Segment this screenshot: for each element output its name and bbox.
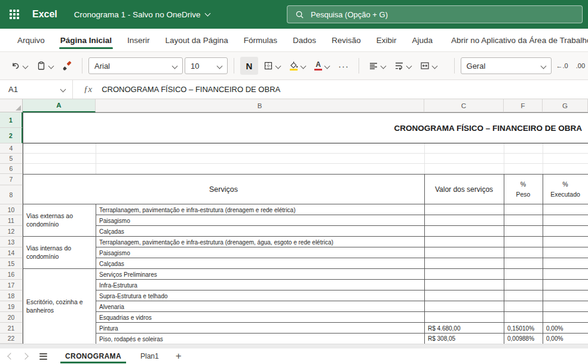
cell-service[interactable]: Piso, rodapés e soleiras xyxy=(96,334,424,344)
tab-formulas[interactable]: Fórmulas xyxy=(236,29,285,51)
chevron-down-icon xyxy=(23,63,29,69)
row-header[interactable]: 11 xyxy=(0,215,23,226)
insert-function-button[interactable]: ƒx xyxy=(73,84,102,94)
name-box[interactable]: A1 xyxy=(0,80,73,99)
bold-button[interactable]: N xyxy=(240,57,258,75)
font-color-button[interactable]: A xyxy=(311,59,333,74)
cell-service[interactable]: Paisagismo xyxy=(96,247,424,258)
search-box[interactable] xyxy=(287,5,583,23)
sheet-tab-cronograma[interactable]: CRONOGRAMA xyxy=(56,348,131,364)
spreadsheet-grid: A B C F G 1 2 4 5 6 7 8 10 11 12 13 14 1… xyxy=(0,99,588,344)
cell-service[interactable]: Terraplanagem, pavimentação e infra-estr… xyxy=(96,204,424,215)
format-painter-button[interactable] xyxy=(59,58,76,74)
row-header[interactable]: 15 xyxy=(0,258,23,269)
row-header[interactable]: 13 xyxy=(0,237,23,247)
tab-dados[interactable]: Dados xyxy=(285,29,324,51)
row-header[interactable]: 18 xyxy=(0,290,23,301)
select-all-button[interactable] xyxy=(0,99,23,112)
tab-pagina-inicial[interactable]: Página Inicial xyxy=(53,29,120,51)
column-header-c[interactable]: C xyxy=(424,99,504,112)
row-header[interactable]: 6 xyxy=(0,164,23,174)
row-header[interactable]: 17 xyxy=(0,280,23,290)
number-format-combo[interactable]: Geral xyxy=(461,57,552,74)
cell-service[interactable]: Supra-Estrutura e telhado xyxy=(96,290,424,301)
group-label-escritorio[interactable]: Escritório, cozinha e banheiros xyxy=(23,269,96,344)
search-input[interactable] xyxy=(310,10,539,20)
formula-input[interactable]: CRONOGRAMA FÍSICO – FINANCEIRO DE OBRA xyxy=(102,85,280,94)
tab-inserir[interactable]: Inserir xyxy=(120,29,158,51)
gridline xyxy=(543,143,543,174)
decrease-decimal-button[interactable]: .00 xyxy=(573,60,588,72)
cell-executado[interactable]: 0,00% xyxy=(543,334,588,344)
next-sheet-icon[interactable] xyxy=(22,353,28,359)
tab-arquivo[interactable]: Arquivo xyxy=(10,29,53,51)
row-header[interactable]: 4 xyxy=(0,143,23,154)
cell-peso[interactable]: 0,00988% xyxy=(504,334,543,344)
column-header-b[interactable]: B xyxy=(96,99,424,112)
cell-peso[interactable]: 0,15010% xyxy=(504,323,543,334)
borders-button[interactable] xyxy=(260,58,284,74)
cell-value[interactable]: R$ 308,05 xyxy=(424,334,504,344)
chevron-down-icon xyxy=(301,63,307,69)
row-header[interactable]: 20 xyxy=(0,312,23,323)
group-label-vias-externas[interactable]: Vias externas ao condomínio xyxy=(23,204,96,237)
cell-service[interactable]: Terraplanagem, pavimentação e infra-estr… xyxy=(96,237,424,247)
tab-revisao[interactable]: Revisão xyxy=(324,29,369,51)
previous-sheet-icon[interactable] xyxy=(7,353,14,359)
row-header[interactable]: 22 xyxy=(0,334,23,344)
increase-decimal-button[interactable]: ←.0 xyxy=(553,60,571,72)
row-header[interactable]: 21 xyxy=(0,323,23,334)
header-cell-peso[interactable]: % Peso xyxy=(504,175,543,204)
cell-service[interactable]: Infra-Estrutura xyxy=(96,280,424,290)
header-cell-servicos[interactable]: Serviços xyxy=(23,175,424,204)
open-in-desktop-app-button[interactable]: Abrir no Aplicativo da Área de Trabalho xyxy=(440,36,588,45)
fill-color-button[interactable] xyxy=(286,58,309,74)
row-header[interactable]: 5 xyxy=(0,154,23,164)
row-header[interactable]: 19 xyxy=(0,301,23,312)
sheet-list-icon[interactable] xyxy=(39,353,47,360)
row-header[interactable]: 16 xyxy=(0,269,23,280)
group-label-vias-internas[interactable]: Vias internas do condomínio xyxy=(23,237,96,269)
wrap-text-button[interactable] xyxy=(391,58,415,74)
header-cell-executado[interactable]: % Executado xyxy=(543,175,588,204)
more-font-options-button[interactable]: ··· xyxy=(335,59,353,74)
merge-cells-button[interactable] xyxy=(416,58,440,74)
tab-ajuda[interactable]: Ajuda xyxy=(405,29,441,51)
cell-executado[interactable]: 0,00% xyxy=(543,323,588,334)
sheet-title-cell[interactable]: CRONOGRAMA FÍSICO – FINANCEIRO DE OBRA xyxy=(23,112,588,143)
row-header[interactable]: 2 xyxy=(0,128,23,143)
horizontal-scrollbar[interactable] xyxy=(0,344,588,348)
sheet-tab-bar: CRONOGRAMA Plan1 + xyxy=(0,348,588,364)
cell-value[interactable]: R$ 4.680,00 xyxy=(424,323,504,334)
row-header[interactable]: 14 xyxy=(0,247,23,258)
row-header[interactable]: 10 xyxy=(0,204,23,215)
sheet-tab-plan1[interactable]: Plan1 xyxy=(131,348,169,364)
cell-service[interactable]: Paisagismo xyxy=(96,215,424,226)
font-size-combo[interactable]: 10 xyxy=(185,57,228,74)
tab-layout-da-pagina[interactable]: Layout da Página xyxy=(158,29,236,51)
document-title[interactable]: Cronograma 1 - Salvo no OneDrive xyxy=(74,10,210,19)
row-header[interactable]: 8 xyxy=(0,185,23,204)
column-header-a[interactable]: A xyxy=(23,99,96,112)
paste-button[interactable] xyxy=(33,58,57,74)
header-cell-valor[interactable]: Valor dos serviços xyxy=(424,175,504,204)
cell-service[interactable]: Calçadas xyxy=(96,226,424,237)
cell-service[interactable]: Esquadrias e vidros xyxy=(96,312,424,323)
cell-service[interactable]: Alvenaria xyxy=(96,301,424,312)
cell-service[interactable]: Calçadas xyxy=(96,258,424,269)
alignment-button[interactable] xyxy=(365,58,389,74)
row-header[interactable]: 7 xyxy=(0,174,23,185)
chevron-down-icon xyxy=(381,63,387,69)
app-launcher-icon[interactable] xyxy=(10,10,19,19)
cell-service[interactable]: Serviços Preliminares xyxy=(96,269,424,280)
row-header[interactable]: 12 xyxy=(0,226,23,237)
cell-service[interactable]: Pintura xyxy=(96,323,424,334)
undo-button[interactable] xyxy=(7,58,31,74)
column-header-g[interactable]: G xyxy=(543,99,588,112)
fill-color-icon xyxy=(289,61,298,71)
row-header[interactable]: 1 xyxy=(0,112,23,128)
tab-exibir[interactable]: Exibir xyxy=(369,29,405,51)
add-sheet-button[interactable]: + xyxy=(169,350,189,362)
font-name-combo[interactable]: Arial xyxy=(88,57,183,74)
column-header-f[interactable]: F xyxy=(504,99,543,112)
